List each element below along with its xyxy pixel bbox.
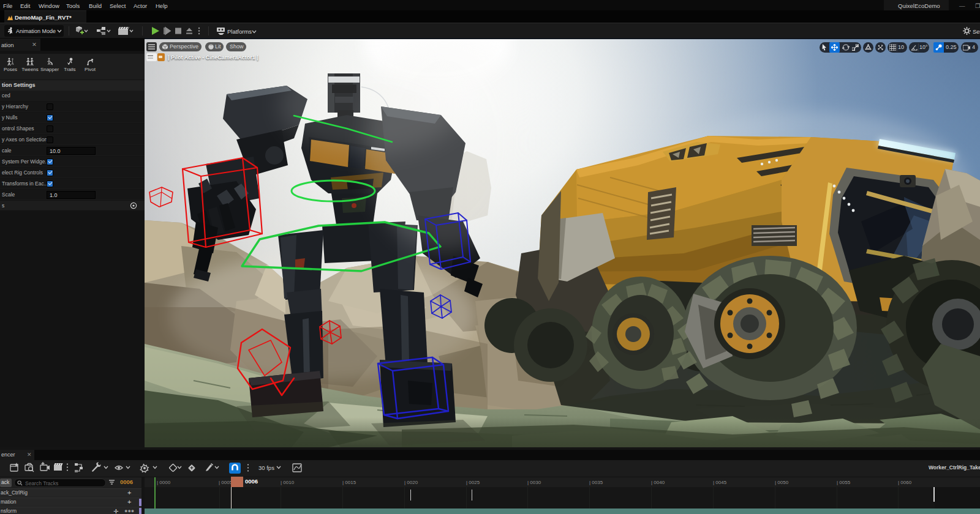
svg-text:30 fps: 30 fps [258,464,274,471]
